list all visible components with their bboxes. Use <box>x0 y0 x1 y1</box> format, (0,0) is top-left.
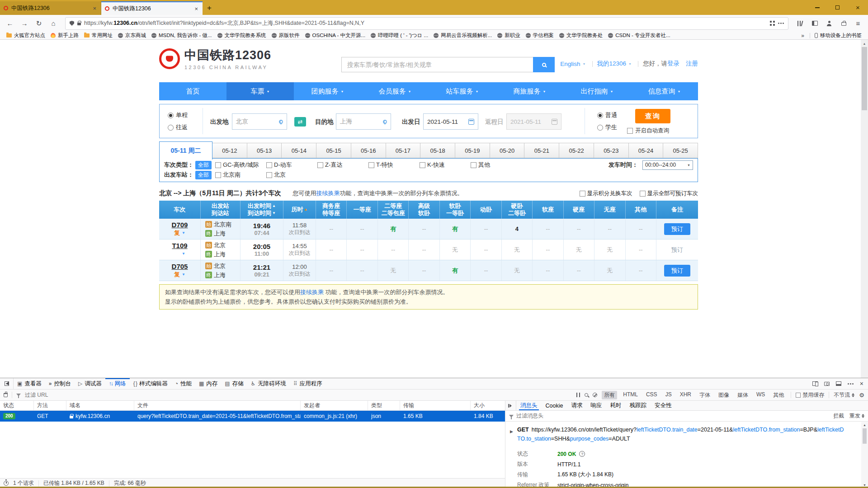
dock-icon[interactable] <box>836 381 841 386</box>
home-button[interactable]: ⌂ <box>47 17 60 30</box>
type-filter-pill[interactable]: 媒体 <box>735 391 750 399</box>
search-icon[interactable] <box>585 393 588 397</box>
block-requests-icon[interactable] <box>593 393 597 397</box>
pick-element-button[interactable] <box>0 378 14 389</box>
passenger-type-option[interactable]: 普通 <box>597 111 617 119</box>
sort-icon[interactable]: ▲ <box>304 206 308 213</box>
scan-qr-icon[interactable] <box>770 21 775 26</box>
tracking-shield-icon[interactable] <box>70 21 74 26</box>
column-header[interactable]: 其他 <box>626 201 656 219</box>
column-header[interactable]: 软座 <box>533 201 563 219</box>
request-url-line[interactable]: ▶ GEThttps://kyfw.12306.cn/otn/leftTicke… <box>510 425 844 443</box>
close-devtools-icon[interactable]: × <box>860 380 863 387</box>
bookmark-item[interactable]: 新手上路 <box>48 32 81 39</box>
column-header[interactable]: 硬卧 二等卧 <box>502 201 533 219</box>
screenshot-icon[interactable] <box>824 382 830 386</box>
menu-button[interactable]: ≡ <box>852 17 864 30</box>
devtools-tool-tab[interactable]: 样式编辑器 <box>130 378 171 389</box>
column-header[interactable]: 动卧 <box>471 201 501 219</box>
type-filter-pill[interactable]: 字体 <box>697 391 712 399</box>
train-type-option[interactable]: K-快速 <box>420 161 471 169</box>
date-tab[interactable]: 05-11 周二 <box>159 141 212 160</box>
scrollbar-thumb[interactable] <box>863 428 867 444</box>
devtools-tool-tab[interactable]: 调试器 <box>75 378 105 389</box>
page-scrollbar[interactable]: ▲ <box>861 40 868 378</box>
column-header[interactable]: 历时▲ <box>283 201 316 219</box>
url-bar[interactable]: https://kyfw.12306.cn/otn/leftTicket/ini… <box>65 17 788 30</box>
scroll-up-icon[interactable]: ▲ <box>863 423 866 427</box>
details-tab[interactable]: 消息头 <box>516 401 542 410</box>
column-method[interactable]: 方法 <box>34 401 66 410</box>
bookmark-item[interactable]: 文华学院教务处 <box>557 32 606 39</box>
back-button[interactable]: ← <box>4 17 16 30</box>
type-filter-pill[interactable]: CSS <box>644 391 660 399</box>
new-tab-button[interactable]: + <box>203 1 216 15</box>
result-toggle-option[interactable]: 显示全部可预订车次 <box>640 190 698 197</box>
bookmark-item[interactable]: MSDN, 我告诉你 - 做... <box>149 32 215 39</box>
minimize-button[interactable] <box>807 0 827 15</box>
train-type-option[interactable]: D-动车 <box>266 161 317 169</box>
transfer-link[interactable]: 接续换乘 <box>316 190 340 197</box>
column-status[interactable]: 状态 <box>0 401 34 410</box>
nav-item[interactable]: 会员服务 ▼ <box>361 82 429 100</box>
my12306-link[interactable]: 我的12306 <box>597 60 627 68</box>
resend-button[interactable]: 重发 <box>849 412 864 420</box>
column-header[interactable]: 二等座 二等包座 <box>378 201 409 219</box>
query-button[interactable]: 查询 <box>635 109 670 123</box>
devtools-tool-tab[interactable]: 网络 <box>105 378 130 389</box>
train-type-all-badge[interactable]: 全部 <box>195 161 212 169</box>
date-tab[interactable]: 05-23 <box>594 143 629 158</box>
type-filter-pill[interactable]: 所有 <box>602 391 617 399</box>
block-button[interactable]: 拦截 <box>833 412 844 420</box>
account-button[interactable] <box>823 17 835 30</box>
details-tab[interactable]: 栈跟踪 <box>625 401 651 410</box>
site-search-input[interactable] <box>341 57 533 72</box>
date-tab[interactable]: 05-21 <box>524 143 559 158</box>
expand-icon[interactable]: ▶ <box>510 427 513 436</box>
column-header[interactable]: 一等座 <box>347 201 377 219</box>
column-header[interactable]: 出发站 到达站 <box>201 201 241 219</box>
column-size[interactable]: 大小 <box>471 401 505 410</box>
site-search-button[interactable] <box>533 57 555 72</box>
lock-icon[interactable] <box>77 23 81 25</box>
devtools-tool-tab[interactable]: 控制台 <box>45 378 75 389</box>
column-header[interactable]: 车次 <box>159 201 201 219</box>
browser-tab[interactable]: 中国铁路12306 × <box>101 1 203 15</box>
devtools-tool-tab[interactable]: 查看器 <box>14 378 45 389</box>
devtools-tool-tab[interactable]: 存储 <box>221 378 247 389</box>
devtools-tool-tab[interactable]: 应用程序 <box>290 378 326 389</box>
nav-item[interactable]: 商旅服务 ▼ <box>496 82 563 100</box>
nav-item[interactable]: 站车服务 ▼ <box>429 82 496 100</box>
trip-type-option[interactable]: 单程 <box>168 111 188 119</box>
train-type-option[interactable]: Z-直达 <box>317 161 368 169</box>
bookmark-item[interactable]: 火狐官方站点 <box>4 32 48 39</box>
throttling-select[interactable]: 不节流 <box>834 391 854 399</box>
clear-requests-icon[interactable] <box>4 393 8 397</box>
column-initiator[interactable]: 发起者 <box>301 401 368 410</box>
depart-time-select[interactable]: 00:00--24:00▼ <box>642 160 693 170</box>
bookmark-item[interactable]: OSCHINA - 中文开源... <box>302 32 368 39</box>
train-code-link[interactable]: D705 <box>172 263 188 270</box>
column-header[interactable]: 备注 <box>656 201 698 219</box>
type-filter-pill[interactable]: 其他 <box>771 391 786 399</box>
sidebar-button[interactable] <box>808 17 821 30</box>
language-link[interactable]: English <box>560 61 580 67</box>
bookmark-item[interactable]: 学信档案 <box>523 32 557 39</box>
mobile-bookmarks-item[interactable]: 移动设备上的书签 <box>812 32 864 39</box>
more-tools-icon[interactable] <box>848 383 854 385</box>
column-header[interactable]: 高级 软卧 <box>409 201 439 219</box>
date-tab[interactable]: 05-24 <box>629 143 664 158</box>
from-station-input[interactable]: 北京 <box>232 113 287 130</box>
sort-icon[interactable]: ▼ <box>272 210 276 217</box>
scroll-up-icon[interactable]: ▲ <box>861 40 868 47</box>
bookmark-item[interactable]: 原版软件 <box>269 32 302 39</box>
devtools-tool-tab[interactable]: 无障碍环境 <box>247 378 290 389</box>
column-transferred[interactable]: 传输 <box>400 401 471 410</box>
date-tab[interactable]: 05-15 <box>316 143 351 158</box>
login-link[interactable]: 登录 <box>667 60 679 68</box>
tab-close-icon[interactable]: × <box>193 5 199 12</box>
date-tab[interactable]: 05-25 <box>663 143 698 158</box>
reload-button[interactable]: ↻ <box>33 17 45 30</box>
column-type[interactable]: 类型 <box>368 401 400 410</box>
date-tab[interactable]: 05-16 <box>351 143 386 158</box>
